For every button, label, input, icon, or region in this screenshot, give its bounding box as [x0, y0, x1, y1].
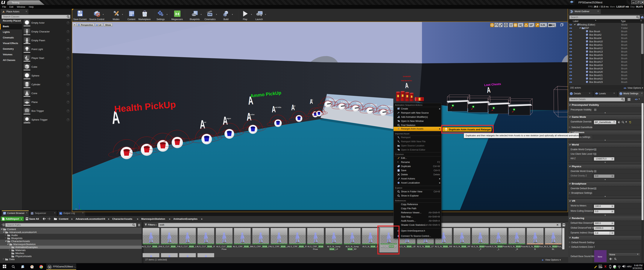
svg-text:+: +: [586, 75, 587, 76]
svg-text:*: *: [398, 161, 398, 164]
svg-text:+: +: [586, 38, 587, 39]
svg-text:+: +: [586, 52, 587, 53]
svg-text:Pistol: Pistol: [370, 103, 377, 106]
svg-text:+: +: [586, 55, 587, 56]
svg-text:er: er: [294, 105, 296, 107]
svg-text:Sniper: Sniper: [356, 102, 363, 105]
svg-text:A: A: [246, 110, 252, 123]
svg-text:+: +: [586, 79, 587, 80]
svg-text:+: +: [586, 72, 587, 73]
svg-text:+: +: [586, 68, 587, 70]
svg-text:+: +: [586, 82, 587, 83]
svg-text:A: A: [200, 117, 205, 131]
svg-text:coil Rifle: coil Rifle: [275, 106, 282, 108]
svg-text:0.25: 0.25: [541, 24, 545, 27]
svg-text:+: +: [586, 48, 587, 50]
svg-text:otgun: otgun: [226, 117, 231, 119]
svg-text:ncher: ncher: [250, 114, 255, 115]
svg-text:+: +: [586, 65, 587, 66]
svg-text:+: +: [586, 62, 587, 63]
svg-text:10: 10: [519, 24, 522, 27]
svg-text:+: +: [586, 58, 587, 60]
svg-text:k: k: [312, 99, 313, 101]
svg-text:z: z: [78, 203, 79, 205]
svg-text:A: A: [291, 103, 295, 112]
svg-text:10°: 10°: [530, 24, 533, 27]
svg-text:DANGER: DANGER: [403, 75, 410, 77]
svg-text:ser: ser: [204, 121, 206, 123]
svg-text:4: 4: [553, 24, 554, 27]
svg-text:+: +: [586, 31, 587, 33]
svg-text:A: A: [310, 98, 313, 105]
svg-text:+: +: [586, 45, 587, 46]
svg-text:+: +: [586, 41, 587, 43]
svg-text:+: +: [586, 35, 587, 36]
svg-text:A: A: [272, 104, 276, 114]
svg-text:i: i: [571, 93, 572, 95]
